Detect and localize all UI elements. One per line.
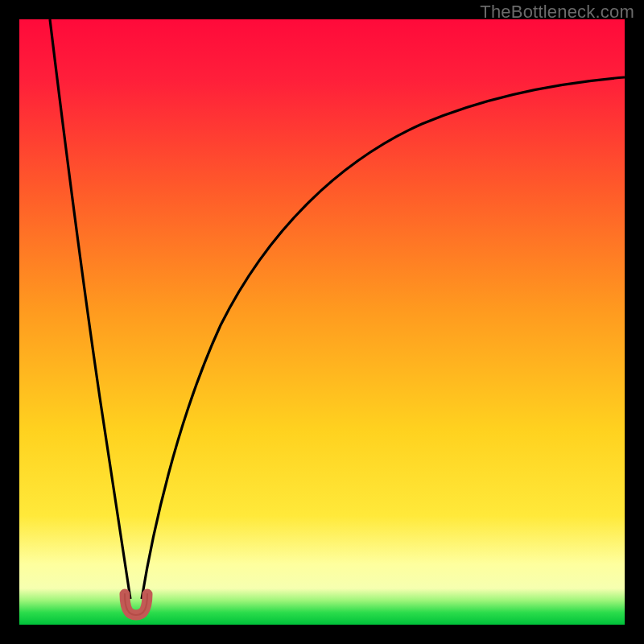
curve-layer (19, 19, 625, 625)
plot-area (19, 19, 625, 625)
curve-right-branch (142, 77, 625, 599)
curve-left-branch (50, 19, 130, 599)
